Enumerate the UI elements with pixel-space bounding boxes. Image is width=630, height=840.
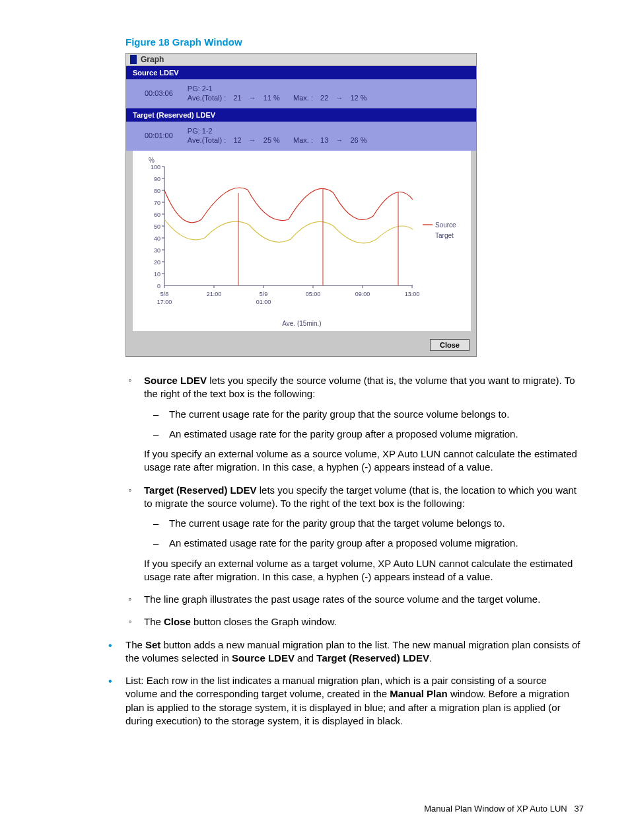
src-ave-to: 11 % (263, 94, 280, 102)
page-footer: Manual Plan Window of XP Auto LUN 37 (424, 804, 584, 814)
svg-text:40: 40 (154, 235, 160, 242)
svg-text:70: 70 (154, 200, 160, 206)
svg-text:09:00: 09:00 (355, 291, 370, 297)
svg-text:90: 90 (154, 176, 160, 182)
body-text: Source LDEV lets you specify the source … (125, 374, 581, 728)
footer-text: Manual Plan Window of XP Auto LUN (424, 804, 567, 814)
list-item: The line graph illustrates the past usag… (125, 593, 581, 606)
src-ave-from: 21 (233, 94, 241, 102)
tgt-ave-from: 12 (233, 136, 241, 144)
tgt-max-from: 13 (320, 136, 328, 144)
source-metrics: Ave.(Total) : 21 → 11 % Max. : 22 → 12 % (188, 94, 372, 102)
arrow-icon: → (335, 136, 343, 144)
figure-caption: Figure 18 Graph Window (125, 36, 584, 48)
svg-text:0: 0 (157, 283, 160, 289)
target-metrics: Ave.(Total) : 12 → 25 % Max. : 13 → 26 % (188, 136, 372, 144)
svg-text:30: 30 (154, 247, 160, 254)
bold-set: Set (145, 639, 160, 650)
text-span: The (125, 639, 145, 650)
tgt-max-to: 26 % (350, 136, 367, 144)
legend-target: Target (435, 232, 454, 239)
bold-source-ldev2: Source LDEV (232, 652, 295, 664)
target-line (164, 219, 413, 243)
bold-manual-plan: Manual Plan (390, 688, 448, 699)
usage-chart: % 1009080 706050 403020 100 (135, 153, 472, 319)
svg-text:10: 10 (154, 271, 160, 278)
text-span: lets you specify the source volume (that… (144, 375, 575, 399)
chart-xlabel: Ave. (15min.) (135, 320, 468, 327)
bold-target-ldev: Target (Reserved) LDEV (144, 484, 257, 496)
text-span: and (295, 652, 316, 664)
source-ldev-header: Source LDEV (126, 66, 476, 79)
list-item: An estimated usage rate for the parity g… (144, 537, 581, 550)
src-ave-label: Ave.(Total) : (188, 94, 227, 102)
text-span: button closes the Graph window. (191, 616, 337, 627)
y-unit: % (149, 157, 155, 164)
window-title: Graph (141, 55, 164, 64)
chart-area: % 1009080 706050 403020 100 (133, 151, 471, 331)
svg-text:05:00: 05:00 (306, 291, 321, 297)
svg-text:20: 20 (154, 259, 160, 266)
list-item: An estimated usage rate for the parity g… (144, 428, 581, 441)
source-time: 00:03:06 (145, 85, 173, 97)
target-ldev-body: 00:01:00 PG: 1-2 Ave.(Total) : 12 → 25 %… (126, 122, 476, 151)
tgt-ave-label: Ave.(Total) : (188, 136, 227, 144)
svg-text:5/9: 5/9 (260, 291, 268, 297)
target-time: 00:01:00 (145, 127, 173, 139)
tgt-ave-to: 25 % (263, 136, 280, 144)
paragraph: If you specify an external volume as a s… (144, 447, 581, 475)
graph-window: Graph Source LDEV 00:03:06 PG: 2-1 Ave.(… (125, 53, 477, 357)
title-icon (130, 55, 137, 64)
list-item: The Set button adds a new manual migrati… (103, 638, 581, 666)
window-title-bar: Graph (126, 54, 476, 66)
legend-source: Source (435, 221, 456, 229)
svg-text:80: 80 (154, 188, 160, 194)
page-number: 37 (575, 804, 584, 814)
svg-text:5/8: 5/8 (160, 291, 169, 297)
close-button[interactable]: Close (430, 339, 470, 351)
tgt-max-label: Max. : (293, 136, 313, 144)
paragraph: If you specify an external volume as a t… (144, 557, 581, 584)
svg-text:50: 50 (154, 223, 160, 230)
svg-text:100: 100 (151, 164, 160, 171)
source-line (164, 188, 413, 223)
src-max-to: 12 % (350, 94, 367, 102)
list-item: The current usage rate for the parity gr… (144, 408, 581, 421)
arrow-icon: → (249, 94, 256, 102)
list-item: The Close button closes the Graph window… (125, 615, 581, 629)
list-item: List: Each row in the list indicates a m… (103, 674, 581, 728)
arrow-icon: → (335, 94, 343, 102)
svg-text:60: 60 (154, 211, 160, 218)
source-pg: PG: 2-1 (188, 85, 372, 93)
svg-text:21:00: 21:00 (207, 291, 222, 297)
list-item: The current usage rate for the parity gr… (144, 517, 581, 530)
bold-target-ldev2: Target (Reserved) LDEV (316, 652, 429, 664)
target-ldev-header: Target (Reserved) LDEV (126, 108, 476, 122)
list-item: Source LDEV lets you specify the source … (125, 374, 581, 475)
bold-source-ldev: Source LDEV (144, 375, 207, 386)
src-max-from: 22 (320, 94, 328, 102)
bold-close: Close (164, 616, 191, 627)
target-pg: PG: 1-2 (188, 127, 372, 135)
arrow-icon: → (249, 136, 256, 144)
svg-text:01:00: 01:00 (256, 299, 271, 305)
svg-text:17:00: 17:00 (157, 299, 172, 305)
list-item: Target (Reserved) LDEV lets you specify … (125, 484, 581, 584)
svg-text:13:00: 13:00 (405, 291, 420, 297)
src-max-label: Max. : (293, 94, 313, 102)
text-span: . (429, 652, 432, 664)
text-span: The (144, 616, 164, 627)
source-ldev-body: 00:03:06 PG: 2-1 Ave.(Total) : 21 → 11 %… (126, 79, 476, 108)
